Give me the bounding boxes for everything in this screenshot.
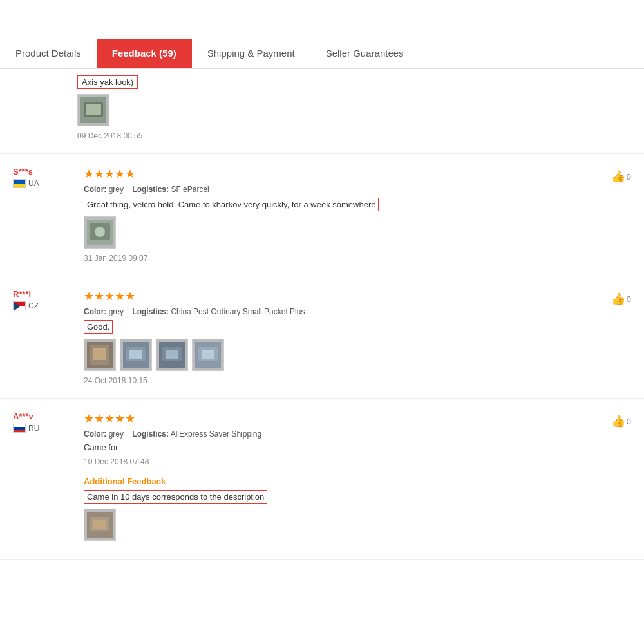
like-button-2[interactable]: 👍 0 [611, 292, 631, 306]
review-meta-2: Color: grey Logistics: China Post Ordina… [84, 307, 631, 316]
additional-feedback-label: Additional Feedback [84, 477, 631, 486]
review-thumbnail-1[interactable] [84, 216, 116, 249]
flag-cz [13, 301, 26, 310]
tab-shipping[interactable]: Shipping & Payment [192, 39, 310, 68]
country-label-1: UA [28, 179, 39, 188]
stars-2: ★★★★★ [84, 289, 631, 303]
additional-comment-boxed-3: Came in 10 days corresponds to the descr… [84, 490, 267, 504]
review-thumbnail-2d[interactable] [192, 339, 224, 371]
review-logistics-1: SF eParcel [171, 185, 209, 194]
country-label-2: CZ [28, 301, 39, 310]
review-item-partial: Axis yak look) 09 Dec 2018 00:55 [0, 69, 644, 154]
review-additional-images-3 [84, 509, 631, 541]
svg-rect-8 [93, 348, 106, 360]
reviewer-name-1: S***s [13, 167, 71, 176]
review-comment-plain-3: Came for [84, 442, 631, 452]
reviews-container: Axis yak look) 09 Dec 2018 00:55 S***s U [0, 69, 644, 573]
tab-feedback[interactable]: Feedback (59) [97, 39, 192, 68]
review-meta-3: Color: grey Logistics: AliExpress Saver … [84, 430, 631, 439]
like-icon-2: 👍 [611, 292, 625, 306]
like-count-2: 0 [627, 294, 631, 304]
review-date-2: 24 Oct 2018 10:15 [84, 376, 631, 385]
review-item-2: R***l CZ ★★★★★ Color: grey Logistics: Ch… [0, 276, 644, 399]
review-logistics-2: China Post Ordinary Small Packet Plus [171, 307, 305, 316]
reviewer-info-3: A***v RU [13, 412, 77, 546]
reviewer-country-2: CZ [13, 301, 71, 310]
flag-ru [13, 424, 26, 433]
tab-bar: Product Details Feedback (59) Shipping &… [0, 0, 644, 69]
review-color-2: grey [109, 307, 124, 316]
review-color-1: grey [109, 185, 124, 194]
like-count-3: 0 [627, 417, 631, 426]
review-meta-1: Color: grey Logistics: SF eParcel [84, 185, 631, 194]
review-content-2: ★★★★★ Color: grey Logistics: China Post … [77, 289, 631, 385]
like-button-1[interactable]: 👍 0 [611, 169, 631, 184]
country-label-3: RU [28, 424, 39, 433]
color-label-3: Color: [84, 430, 106, 439]
flag-ua [13, 179, 26, 188]
review-thumbnail[interactable] [77, 94, 109, 126]
review-content-1: ★★★★★ Color: grey Logistics: SF eParcel … [77, 167, 631, 263]
review-color-3: grey [109, 430, 124, 439]
logistics-label-3: Logistics: [132, 430, 169, 439]
review-images-1 [84, 216, 631, 249]
review-date-1: 31 Jan 2019 09:07 [84, 254, 631, 263]
review-date: 09 Dec 2018 00:55 [77, 131, 631, 140]
reviewer-info-1: S***s UA [13, 167, 77, 263]
svg-rect-2 [86, 104, 101, 115]
review-comment-boxed-2: Good. [84, 320, 113, 334]
svg-rect-17 [202, 350, 214, 359]
stars-1: ★★★★★ [84, 167, 631, 181]
review-logistics-3: AliExpress Saver Shipping [171, 430, 261, 439]
like-count-1: 0 [627, 172, 631, 182]
reviewer-info-2: R***l CZ [13, 289, 77, 385]
review-images [77, 94, 631, 126]
review-comment-boxed-1: Great thing, velcro hold. Came to kharko… [84, 198, 379, 211]
reviewer-country-3: RU [13, 424, 71, 433]
svg-rect-11 [129, 350, 142, 359]
tab-seller[interactable]: Seller Guarantees [310, 39, 419, 68]
review-content-3: ★★★★★ Color: grey Logistics: AliExpress … [77, 412, 631, 546]
review-images-2 [84, 339, 631, 371]
review-date-3: 10 Dec 2018 07:48 [84, 457, 631, 466]
review-thumbnail-2a[interactable] [84, 339, 116, 371]
page-wrapper: Product Details Feedback (59) Shipping &… [0, 0, 644, 644]
svg-point-5 [95, 227, 105, 237]
like-button-3[interactable]: 👍 0 [611, 414, 631, 428]
review-item-1: S***s UA ★★★★★ Color: grey Logistics: SF… [0, 154, 644, 276]
stars-3: ★★★★★ [84, 412, 631, 426]
color-label-2: Color: [84, 307, 106, 316]
review-comment-boxed: Axis yak look) [77, 75, 138, 89]
logistics-label: Logistics: [132, 185, 169, 194]
review-thumbnail-3a[interactable] [84, 509, 116, 541]
reviewer-name-3: A***v [13, 412, 71, 421]
like-icon-1: 👍 [611, 169, 625, 184]
reviewer-name-2: R***l [13, 289, 71, 299]
logistics-label-2: Logistics: [132, 307, 169, 316]
svg-rect-14 [166, 350, 178, 359]
tab-product-details[interactable]: Product Details [0, 39, 97, 68]
reviewer-country-1: UA [13, 179, 71, 188]
like-icon-3: 👍 [611, 414, 625, 428]
color-label: Color: [84, 185, 106, 194]
svg-rect-20 [93, 520, 106, 529]
review-item-3: A***v RU ★★★★★ Color: grey Logistics: Al… [0, 399, 644, 560]
review-thumbnail-2b[interactable] [120, 339, 152, 371]
review-thumbnail-2c[interactable] [156, 339, 188, 371]
